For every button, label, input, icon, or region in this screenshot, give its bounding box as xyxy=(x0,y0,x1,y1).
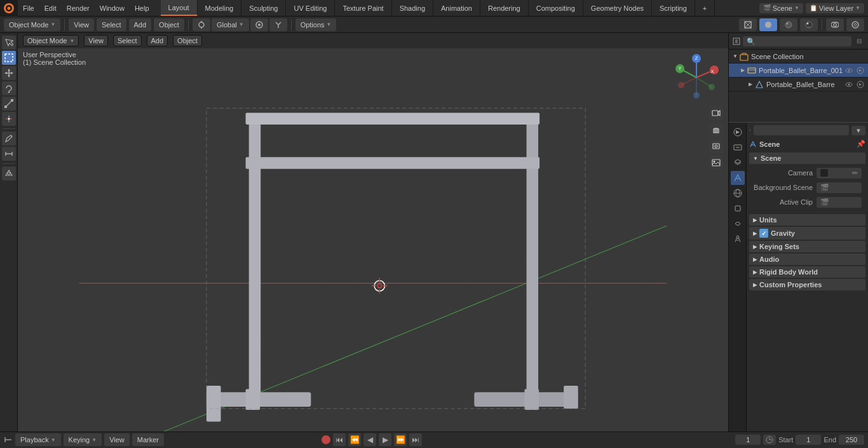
viewport-shading-material[interactable] xyxy=(780,18,797,31)
image-nav[interactable] xyxy=(709,156,723,170)
start-frame-input[interactable]: 1 xyxy=(796,435,821,445)
viewport[interactable]: Object Mode ▼ View Select Add Object Use… xyxy=(18,33,728,431)
add-menu-btn[interactable]: Add xyxy=(129,18,152,31)
step-back-btn[interactable]: ⏪ xyxy=(348,433,361,446)
tab-geometry-nodes[interactable]: Geometry Nodes xyxy=(583,0,652,16)
play-reverse-btn[interactable]: ◀ xyxy=(363,433,376,446)
scene-props-btn[interactable] xyxy=(731,171,745,185)
tab-compositing[interactable]: Compositing xyxy=(529,0,583,16)
collection-expand-btn[interactable]: ▼ xyxy=(731,53,739,60)
measure-tool-btn[interactable] xyxy=(2,147,16,161)
outliner-search[interactable] xyxy=(743,36,851,46)
view-layer-selector[interactable]: 📋 View Layer ▼ xyxy=(806,3,864,13)
item-visibility-1[interactable] xyxy=(844,79,854,90)
physics-props-btn[interactable] xyxy=(731,232,745,246)
menu-render[interactable]: Render xyxy=(62,0,95,16)
viewport-add-menu[interactable]: Add xyxy=(147,35,168,46)
item-render-1[interactable] xyxy=(855,79,865,90)
item-expand-btn-1[interactable]: ▶ xyxy=(747,81,754,88)
rigidbody-section-toggle[interactable]: ▶ Rigid Body World xyxy=(749,266,865,278)
play-btn[interactable]: ▶ xyxy=(379,433,391,446)
prop-search-input[interactable] xyxy=(754,125,849,135)
viewport-shading-rendered[interactable] xyxy=(800,18,818,31)
outliner-filter-btn[interactable]: ⊟ xyxy=(854,36,864,46)
viewport-mode-dropdown[interactable]: Object Mode ▼ xyxy=(23,35,79,46)
marker-btn[interactable]: Marker xyxy=(132,433,164,446)
gravity-section-toggle[interactable]: ▶ ✓ Gravity xyxy=(749,227,865,240)
menu-edit[interactable]: Edit xyxy=(39,0,62,16)
playback-btn[interactable]: Playback ▼ xyxy=(15,433,61,446)
step-forward-btn[interactable]: ⏩ xyxy=(394,433,407,446)
hand-tool-nav[interactable] xyxy=(709,123,723,137)
render-props-btn[interactable] xyxy=(731,125,745,139)
tab-animation[interactable]: Animation xyxy=(433,0,480,16)
jump-start-btn[interactable]: ⏮ xyxy=(333,433,346,446)
viewport-select-menu[interactable]: Select xyxy=(113,35,142,46)
tab-texture-paint[interactable]: Texture Paint xyxy=(335,0,391,16)
viewport-object-menu[interactable]: Object xyxy=(173,35,202,46)
tab-sculpting[interactable]: Sculpting xyxy=(241,0,286,16)
current-frame-input[interactable]: 1 xyxy=(735,435,761,445)
viewport-view-menu[interactable]: View xyxy=(84,35,108,46)
custom-section-toggle[interactable]: ▶ Custom Properties xyxy=(749,279,865,290)
transform-global-btn[interactable]: Global ▼ xyxy=(212,18,249,31)
keying-section-toggle[interactable]: ▶ Keying Sets xyxy=(749,241,865,252)
transform-cursor-btn[interactable] xyxy=(193,18,210,31)
outliner-collection-row[interactable]: ▼ Scene Collection xyxy=(729,50,868,64)
menu-file[interactable]: File xyxy=(18,0,39,16)
tab-uv-editing[interactable]: UV Editing xyxy=(286,0,335,16)
clip-value[interactable]: 🎬 xyxy=(817,197,862,208)
viewport-shading-wire[interactable] xyxy=(739,18,757,31)
viewport-shading-solid[interactable] xyxy=(759,18,777,31)
camera-lock-nav[interactable] xyxy=(709,139,723,153)
cursor-tool-btn[interactable] xyxy=(2,36,16,50)
select-tool-btn[interactable] xyxy=(2,51,16,65)
scene-pin-btn[interactable]: 📌 xyxy=(857,140,865,148)
add-object-btn[interactable] xyxy=(2,166,16,180)
timeline-view-btn[interactable]: View xyxy=(104,433,130,446)
annotate-tool-btn[interactable] xyxy=(2,132,16,146)
tab-modeling[interactable]: Modeling xyxy=(198,0,242,16)
item-visibility-0[interactable] xyxy=(844,65,854,76)
tab-add[interactable]: + xyxy=(695,0,715,16)
snap-btn[interactable] xyxy=(269,18,287,31)
menu-help[interactable]: Help xyxy=(130,0,154,16)
item-render-0[interactable] xyxy=(855,65,865,76)
bgscene-value[interactable]: 🎬 xyxy=(817,182,862,193)
keying-btn[interactable]: Keying ▼ xyxy=(64,433,102,446)
gravity-checkbox[interactable]: ✓ xyxy=(759,229,768,238)
viewport-gizmo[interactable]: X Y Z xyxy=(671,52,722,103)
tab-layout[interactable]: Layout xyxy=(161,0,198,16)
record-btn[interactable] xyxy=(322,435,330,444)
output-props-btn[interactable] xyxy=(731,140,745,154)
tab-rendering[interactable]: Rendering xyxy=(480,0,529,16)
view-menu-btn[interactable]: View xyxy=(69,18,94,31)
view-layer-props-btn[interactable] xyxy=(731,156,745,170)
units-section-toggle[interactable]: ▶ Units xyxy=(749,214,865,226)
tab-scripting[interactable]: Scripting xyxy=(652,0,695,16)
modifier-props-btn[interactable] xyxy=(731,217,745,231)
object-menu-btn[interactable]: Object xyxy=(154,18,184,31)
item-expand-btn-0[interactable]: ▶ xyxy=(739,67,747,74)
world-props-btn[interactable] xyxy=(731,186,745,200)
options-btn[interactable]: Options ▼ xyxy=(295,18,337,31)
outliner-item-1[interactable]: ▶ Portable_Ballet_Barre xyxy=(729,78,868,92)
overlay-btn[interactable] xyxy=(826,18,844,31)
jump-end-btn[interactable]: ⏭ xyxy=(409,433,422,446)
audio-section-toggle[interactable]: ▶ Audio xyxy=(749,254,865,265)
prop-filter-btn[interactable]: ▼ xyxy=(851,126,865,135)
camera-view-nav[interactable] xyxy=(709,106,723,120)
scale-tool-btn[interactable] xyxy=(2,97,16,111)
proportional-editing-btn[interactable] xyxy=(250,18,268,31)
menu-window[interactable]: Window xyxy=(95,0,130,16)
transform-tool-btn[interactable] xyxy=(2,112,16,126)
end-frame-input[interactable]: 250 xyxy=(839,435,864,445)
scene-section-toggle[interactable]: ▼ Scene xyxy=(749,153,865,164)
move-tool-btn[interactable] xyxy=(2,66,16,80)
tab-shading[interactable]: Shading xyxy=(392,0,433,16)
object-props-btn[interactable] xyxy=(731,201,745,215)
select-menu-btn[interactable]: Select xyxy=(97,18,126,31)
outliner-item-0[interactable]: ▶ Portable_Ballet_Barre_001 xyxy=(729,64,868,78)
xray-btn[interactable] xyxy=(846,18,864,31)
rotate-tool-btn[interactable] xyxy=(2,81,16,95)
